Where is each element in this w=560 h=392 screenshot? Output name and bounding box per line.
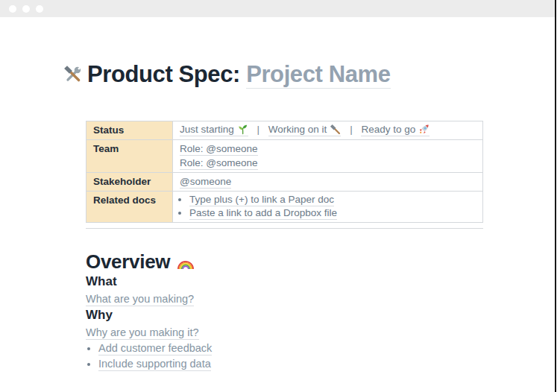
team-row-value: Role: @someone Role: @someone bbox=[173, 140, 483, 173]
rainbow-icon bbox=[177, 257, 195, 270]
related-docs-row-value: Type plus (+) to link a Paper doc Paste … bbox=[173, 192, 483, 223]
window-dot[interactable] bbox=[22, 5, 30, 13]
status-row-value: Just starting | Working on it | Ready to… bbox=[173, 121, 483, 140]
overview-heading-text: Overview bbox=[86, 250, 170, 273]
list-item: Add customer feedback bbox=[98, 341, 555, 356]
placeholder-what[interactable]: What are you making? bbox=[86, 293, 194, 306]
why-bullet-list: Add customer feedback Include supporting… bbox=[86, 341, 555, 372]
hammer-icon bbox=[330, 124, 341, 135]
window-titlebar bbox=[0, 0, 555, 17]
separator: | bbox=[350, 124, 353, 135]
info-table: Status Just starting | Working on it | R… bbox=[86, 121, 483, 223]
list-item: Include supporting data bbox=[98, 356, 555, 372]
stakeholder-row-value: @someone bbox=[173, 173, 483, 192]
doc-title-text: Product Spec: bbox=[87, 61, 240, 87]
separator: | bbox=[257, 124, 260, 135]
status-option-working-on-it[interactable]: Working on it bbox=[268, 124, 342, 136]
subheading-what: What bbox=[86, 274, 555, 290]
window-dot[interactable] bbox=[36, 5, 43, 13]
list-item: Type plus (+) to link a Paper doc bbox=[189, 193, 476, 206]
table-row-team: Team Role: @someone Role: @someone bbox=[86, 140, 483, 173]
horizontal-divider bbox=[86, 228, 483, 229]
mention-someone[interactable]: @someone bbox=[180, 176, 231, 189]
mention-someone[interactable]: Role: @someone bbox=[180, 143, 258, 156]
list-item: Paste a link to add a Dropbox file bbox=[189, 206, 476, 220]
status-row-label: Status bbox=[86, 121, 173, 140]
related-doc-hint[interactable]: Type plus (+) to link a Paper doc bbox=[189, 194, 334, 206]
section-heading-overview: Overview bbox=[86, 250, 555, 274]
subheading-why: Why bbox=[86, 307, 555, 323]
table-row-stakeholder: Stakeholder @someone bbox=[86, 173, 483, 192]
related-docs-row-label: Related docs bbox=[86, 192, 173, 223]
window-right-edge bbox=[555, 0, 556, 392]
rocket-icon bbox=[418, 124, 430, 135]
stakeholder-row-label: Stakeholder bbox=[86, 173, 173, 192]
why-bullet[interactable]: Include supporting data bbox=[98, 358, 211, 371]
placeholder-why[interactable]: Why are you making it? bbox=[86, 326, 199, 340]
doc-title-placeholder[interactable]: Project Name bbox=[246, 61, 390, 89]
table-row-status: Status Just starting | Working on it | R… bbox=[86, 121, 483, 140]
status-option-ready-to-go[interactable]: Ready to go bbox=[361, 124, 430, 136]
why-bullet[interactable]: Add customer feedback bbox=[98, 342, 212, 355]
paper-document: Product Spec: Project Name Status Just s… bbox=[0, 60, 555, 372]
table-row-related-docs: Related docs Type plus (+) to link a Pap… bbox=[86, 192, 483, 223]
team-row-label: Team bbox=[86, 140, 173, 173]
hammer-wrench-icon bbox=[63, 61, 87, 87]
related-doc-hint[interactable]: Paste a link to add a Dropbox file bbox=[189, 207, 337, 220]
team-line: Role: @someone bbox=[180, 142, 476, 156]
seedling-icon bbox=[237, 124, 248, 135]
window-dot[interactable] bbox=[9, 5, 16, 13]
app-window: Product Spec: Project Name Status Just s… bbox=[0, 0, 560, 372]
status-option-just-starting[interactable]: Just starting bbox=[180, 124, 248, 136]
mention-someone[interactable]: Role: @someone bbox=[180, 157, 258, 170]
team-line: Role: @someone bbox=[180, 156, 476, 170]
doc-title[interactable]: Product Spec: Project Name bbox=[63, 60, 555, 89]
